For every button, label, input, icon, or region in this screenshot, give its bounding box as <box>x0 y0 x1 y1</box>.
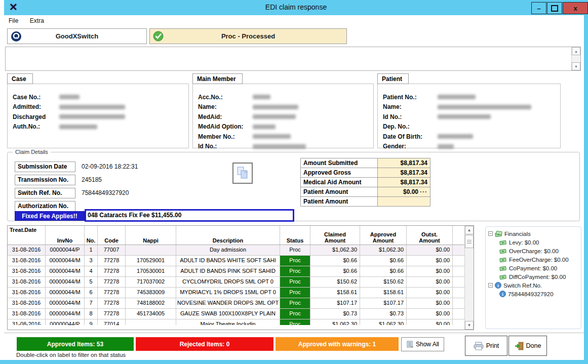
table-row[interactable]: 31-08-201600000044/M477278170530001ADULT… <box>8 266 465 277</box>
tree-node-overcharge[interactable]: OverCharge: $0.00 <box>486 247 581 255</box>
close-button[interactable]: x <box>563 2 588 14</box>
table-cell: 00000044/P <box>46 319 85 325</box>
table-scrollbar[interactable]: ▲ ▼ <box>464 226 474 330</box>
field-label: Admitted: <box>13 103 59 110</box>
tree-node-switch-ref[interactable]: − i Switch Ref.No. <box>486 281 581 290</box>
table-cell: $107.17 <box>310 298 360 309</box>
table-cell: 00000044/M <box>46 298 85 309</box>
tree-node-financials[interactable]: − Financials <box>486 229 581 238</box>
table-cell: $150.62 <box>310 277 360 288</box>
table-cell <box>453 266 465 277</box>
table-row[interactable]: 31-08-201600000044/M777278748188002NOVES… <box>8 298 465 309</box>
table-cell: 77278 <box>98 288 126 298</box>
money-icon <box>499 257 507 263</box>
show-all-button[interactable]: Show All <box>401 337 444 351</box>
tree-node-copayment[interactable]: CoPayment: $0.00 <box>486 264 581 272</box>
switch-name-box: GoodXSwitch <box>7 28 147 44</box>
copy-button[interactable] <box>232 163 253 184</box>
table-row[interactable]: 31-08-201600000044/P977014Major Theatre … <box>8 319 465 325</box>
collapse-icon[interactable]: − <box>488 231 493 236</box>
tree-node-switch-ref-value[interactable]: i 75844849327920 <box>486 290 581 298</box>
redacted-value <box>59 95 80 99</box>
tab-case[interactable]: Case <box>7 73 33 84</box>
scroll-down-icon[interactable]: ▼ <box>572 62 580 70</box>
table-cell: 00000044/M <box>46 256 85 266</box>
claim-details-group: Claim Details Submission Date 02-09-2016… <box>7 152 580 221</box>
approved-items-label[interactable]: Approved Items: 53 <box>17 337 134 351</box>
maximize-icon <box>551 5 558 12</box>
tab-patient[interactable]: Patient <box>377 73 409 84</box>
col-approved-amount[interactable]: Approved Amount <box>360 226 407 245</box>
field-label: Member No.: <box>198 133 253 140</box>
collapse-icon[interactable]: − <box>488 283 493 288</box>
minimize-button[interactable]: – <box>531 2 546 14</box>
table-cell: 748188002 <box>126 298 176 309</box>
table-cell: $0.00 <box>407 277 453 288</box>
case-panel-body: Case No.: Admitted: Discharged Auth.No.: <box>7 84 189 148</box>
field-label: Gender: <box>383 143 438 150</box>
table-row[interactable]: 31-08-201600000044/M377278170529001ADULT… <box>8 256 465 266</box>
window-border-bottom <box>0 360 588 364</box>
switch-name: GoodXSwitch <box>8 32 146 40</box>
field-label: Auth.No.: <box>13 123 59 130</box>
menu-extra[interactable]: Extra <box>25 15 49 24</box>
scroll-up-icon[interactable]: ▲ <box>572 47 580 55</box>
col-nappi[interactable]: Nappi <box>126 226 176 245</box>
submission-date-value: 02-09-2016 18:22:31 <box>82 163 138 170</box>
tree-node-feeovercharge[interactable]: FeeOverCharge: $0.00 <box>486 255 581 264</box>
col-claimed-amount[interactable]: Claimed Amount <box>310 226 360 245</box>
col-code[interactable]: Code <box>98 226 126 245</box>
money-icon <box>495 231 502 237</box>
scroll-up-icon[interactable]: ▲ <box>465 226 474 234</box>
table-cell: $0.00 <box>407 266 453 277</box>
approved-warnings-label[interactable]: Approved with warnings: 1 <box>276 337 399 351</box>
maximize-button[interactable] <box>547 2 562 14</box>
message-area[interactable]: ▲ ▼ <box>5 47 581 71</box>
tree-node-diffcopayment[interactable]: DiffCoPayment: $0.00 <box>486 272 581 281</box>
redacted-value <box>438 105 531 109</box>
tab-main-member[interactable]: Main Member <box>192 73 243 84</box>
patient-amount2-label: Patient Amount <box>300 196 378 207</box>
col-invno[interactable]: InvNo <box>46 226 85 245</box>
thumb-grip-icon <box>467 240 472 244</box>
ellipsis-button[interactable]: ··· <box>418 188 427 195</box>
message-scrollbar[interactable]: ▲ ▼ <box>571 47 580 70</box>
table-cell: 31-08-2016 <box>8 298 46 309</box>
patient-amount-value[interactable]: $0.00··· <box>377 187 430 197</box>
footer-divider <box>4 333 584 333</box>
table-cell: 77278 <box>98 266 126 277</box>
money-icon <box>499 248 507 254</box>
patient-amount-label: Patient Amount <box>300 187 378 197</box>
col-treat-date[interactable]: Treat.Date <box>8 226 46 245</box>
table-row[interactable]: 31-08-201600000044/M577278717037002CYCLO… <box>8 277 465 288</box>
print-button[interactable]: Print <box>465 336 507 356</box>
table-row[interactable]: 31-08-201600000044/M677278745383009MYDRI… <box>8 288 465 298</box>
table-cell: 3 <box>85 256 98 266</box>
col-description[interactable]: Description <box>176 226 280 245</box>
medical-aid-amount-value: $8,817.34 <box>377 177 430 187</box>
col-status[interactable]: Status <box>280 226 310 245</box>
done-button[interactable]: Done <box>508 336 547 356</box>
rejected-items-label[interactable]: Rejected Items: 0 <box>136 337 273 351</box>
table-row[interactable]: 31-08-201600000044/P177007Day admissionP… <box>8 245 465 256</box>
show-all-label: Show All <box>416 341 439 348</box>
fixed-fee-applies-button[interactable]: Fixed Fee Applies!! <box>15 211 85 221</box>
table-cell: 6 <box>85 288 98 298</box>
col-no[interactable]: No. <box>85 226 98 245</box>
table-cell: $0.66 <box>310 266 360 277</box>
table-cell: 00000044/P <box>46 245 85 256</box>
field-label: Name: <box>198 103 253 110</box>
scroll-down-icon[interactable]: ▼ <box>465 321 474 330</box>
claim-details-title: Claim Details <box>13 149 51 155</box>
tree-label: DiffCoPayment: $0.00 <box>509 274 566 280</box>
col-outst-amount[interactable]: Outst. Amount <box>407 226 453 245</box>
table-cell: $150.62 <box>360 277 407 288</box>
menu-file[interactable]: File <box>4 15 23 24</box>
tree-node-levy[interactable]: Levy: $0.00 <box>486 238 581 247</box>
table-row[interactable]: 31-08-201600000044/M877278451734005GAUZE… <box>8 309 465 319</box>
scrollbar-thumb[interactable] <box>465 235 474 248</box>
submission-date-label: Submission Date <box>15 161 75 172</box>
main-member-panel: Main Member Acc.No.: Name: MedAid: MedAi… <box>192 73 374 148</box>
tree-label: Levy: $0.00 <box>509 239 539 246</box>
table-cell: 170529001 <box>126 256 176 266</box>
